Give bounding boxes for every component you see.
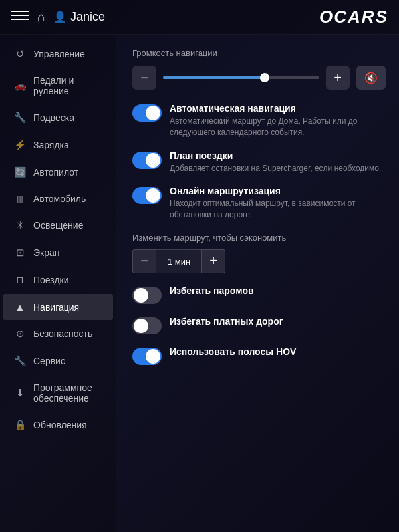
sidebar-label: Автомобиль <box>33 194 86 204</box>
avtomobil-icon: ||| <box>13 194 27 203</box>
mute-icon: 🔇 <box>364 72 378 84</box>
sidebar-item-zaryadka[interactable]: ⚡ Зарядка <box>3 132 113 158</box>
option-tolls: Избегать платных дорог <box>132 316 386 334</box>
option-hov: Использовать полосы HOV <box>132 346 386 365</box>
avtopilot-icon: 🔄 <box>13 166 27 178</box>
sidebar-label: Подвеска <box>33 112 74 123</box>
volume-row: − + 🔇 <box>132 66 386 90</box>
option-online-route: Онлайн маршрутизация Находит оптимальный… <box>132 186 386 221</box>
sidebar-label: Обновления <box>33 420 87 430</box>
mute-button[interactable]: 🔇 <box>356 66 386 90</box>
sidebar-item-upravlenie[interactable]: ↺ Управление <box>3 41 113 67</box>
toggle-knob <box>146 349 160 364</box>
sidebar-label: Безопасность <box>33 329 92 339</box>
sidebar-item-poezdki[interactable]: ⊓ Поездки <box>3 267 113 293</box>
tolls-toggle[interactable] <box>132 317 162 334</box>
sidebar-label: Зарядка <box>33 140 69 150</box>
toggle-knob <box>134 319 148 333</box>
sidebar-item-bezopasnost[interactable]: ⊙ Безопасность <box>3 321 113 347</box>
zaryadka-icon: ⚡ <box>13 139 27 151</box>
sidebar-label: Программное обеспечение <box>33 382 102 404</box>
home-icon[interactable]: ⌂ <box>37 9 45 25</box>
osveshenie-icon: ✳ <box>13 219 27 231</box>
tolls-text: Избегать платных дорог <box>170 316 386 329</box>
podveska-icon: 🔧 <box>13 112 27 124</box>
obnovleniya-icon: 🔒 <box>13 419 27 431</box>
ferries-text: Избегать паромов <box>170 285 386 298</box>
trip-plan-text: План поездки Добавляет остановки на Supe… <box>170 150 386 174</box>
volume-slider-knob <box>260 73 269 82</box>
sidebar-label: Навигация <box>33 302 79 313</box>
sidebar-item-navigaciya[interactable]: ▲ Навигация <box>3 294 113 320</box>
sidebar-item-obnovleniya[interactable]: 🔒 Обновления <box>3 412 113 438</box>
sidebar-item-ekran[interactable]: ⊡ Экран <box>3 239 113 266</box>
sidebar-label: Управление <box>33 49 85 59</box>
topbar: ⌂ 👤 Janice OCARS <box>0 0 399 35</box>
volume-plus-button[interactable]: + <box>326 66 350 90</box>
trip-plan-title: План поездки <box>170 150 386 161</box>
pedali-icon: 🚗 <box>13 80 27 92</box>
sidebar-item-avtopilot[interactable]: 🔄 Автопилот <box>3 159 113 186</box>
stepper-value: 1 мин <box>156 249 201 273</box>
volume-slider-track[interactable] <box>163 76 319 79</box>
menu-icon[interactable] <box>11 11 29 24</box>
auto-nav-toggle[interactable] <box>132 104 162 122</box>
navigaciya-icon: ▲ <box>13 301 27 313</box>
online-route-desc: Находит оптимальный маршрут, в зависимос… <box>170 198 386 221</box>
sidebar: ↺ Управление 🚗 Педали и руление 🔧 Подвес… <box>0 35 116 532</box>
option-auto-nav: Автоматическая навигация Автоматический … <box>132 103 386 138</box>
sidebar-item-programmnoe[interactable]: ⬇ Программное обеспечение <box>3 375 113 411</box>
hov-toggle[interactable] <box>132 348 162 365</box>
main-layout: ↺ Управление 🚗 Педали и руление 🔧 Подвес… <box>0 35 399 532</box>
app-container: ⌂ 👤 Janice OCARS ↺ Управление 🚗 Педали и… <box>0 0 399 532</box>
stepper-minus-button[interactable]: − <box>132 249 156 273</box>
sidebar-item-pedali[interactable]: 🚗 Педали и руление <box>3 68 113 104</box>
option-trip-plan: План поездки Добавляет остановки на Supe… <box>132 150 386 174</box>
user-name: Janice <box>70 10 105 24</box>
volume-slider-fill <box>163 76 265 79</box>
sidebar-item-servis[interactable]: 🔧 Сервис <box>3 348 113 374</box>
auto-nav-desc: Автоматический маршрут до Дома, Работы и… <box>170 116 386 138</box>
bezopasnost-icon: ⊙ <box>13 328 27 340</box>
ferries-title: Избегать паромов <box>170 285 386 296</box>
toggle-knob <box>134 288 148 303</box>
trip-plan-desc: Добавляет остановки на Supercharger, есл… <box>170 163 386 174</box>
content-area: Громкость навигации − + 🔇 Автоматичес <box>116 35 399 532</box>
hov-title: Использовать полосы HOV <box>170 346 386 357</box>
ocars-logo: OCARS <box>319 7 388 27</box>
auto-nav-text: Автоматическая навигация Автоматический … <box>170 103 386 138</box>
programmnoe-icon: ⬇ <box>13 387 27 399</box>
toggle-knob <box>146 153 160 168</box>
sidebar-label: Поездки <box>33 275 69 285</box>
upravlenie-icon: ↺ <box>13 48 27 60</box>
trip-plan-toggle[interactable] <box>132 152 162 169</box>
stepper-row: − 1 мин + <box>132 249 225 273</box>
servis-icon: 🔧 <box>13 355 27 367</box>
toggle-knob <box>146 188 160 203</box>
sidebar-item-avtomobil[interactable]: ||| Автомобиль <box>3 186 113 211</box>
stepper-label: Изменить маршрут, чтобы сэкономить <box>132 233 386 243</box>
online-route-title: Онлайн маршрутизация <box>170 186 386 196</box>
sidebar-label: Освещение <box>33 220 83 231</box>
sidebar-item-podveska[interactable]: 🔧 Подвеска <box>3 104 113 131</box>
sidebar-label: Педали и руление <box>33 75 102 96</box>
user-icon: 👤 <box>53 11 66 23</box>
online-route-toggle[interactable] <box>132 187 162 204</box>
sidebar-label: Автопилот <box>33 167 78 178</box>
sidebar-item-osveshenie[interactable]: ✳ Освещение <box>3 212 113 239</box>
tolls-title: Избегать платных дорог <box>170 316 386 327</box>
sidebar-label: Экран <box>33 247 60 258</box>
toggle-knob <box>146 106 160 120</box>
hov-text: Использовать полосы HOV <box>170 346 386 359</box>
stepper-plus-button[interactable]: + <box>201 249 225 273</box>
option-ferries: Избегать паромов <box>132 285 386 304</box>
volume-minus-button[interactable]: − <box>132 66 156 90</box>
volume-title: Громкость навигации <box>132 48 386 58</box>
ekran-icon: ⊡ <box>13 247 27 259</box>
poezdki-icon: ⊓ <box>13 274 27 286</box>
online-route-text: Онлайн маршрутизация Находит оптимальный… <box>170 186 386 221</box>
auto-nav-title: Автоматическая навигация <box>170 103 386 114</box>
user-section[interactable]: 👤 Janice <box>53 10 105 24</box>
ferries-toggle[interactable] <box>132 287 162 304</box>
topbar-left: ⌂ 👤 Janice <box>11 9 105 25</box>
